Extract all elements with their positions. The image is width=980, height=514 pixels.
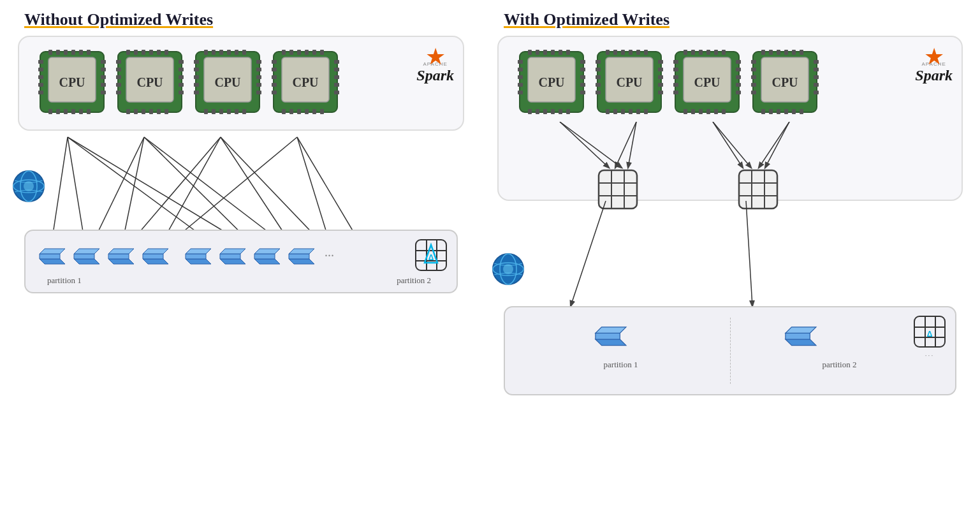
svg-rect-226 xyxy=(761,50,765,55)
svg-rect-207 xyxy=(684,109,687,114)
svg-text:CPU: CPU xyxy=(616,75,642,89)
svg-rect-92 xyxy=(272,91,277,94)
svg-rect-176 xyxy=(606,50,610,55)
svg-rect-1 xyxy=(48,50,52,55)
svg-rect-219 xyxy=(736,68,741,71)
svg-rect-36 xyxy=(157,109,161,114)
svg-rect-78 xyxy=(297,50,301,55)
right-file-1 xyxy=(592,316,634,355)
svg-rect-153 xyxy=(543,50,547,55)
svg-rect-90 xyxy=(272,75,277,79)
svg-rect-97 xyxy=(334,91,339,94)
svg-rect-88 xyxy=(272,60,277,64)
svg-rect-186 xyxy=(636,109,640,114)
svg-rect-166 xyxy=(518,83,523,87)
left-cpu-panel: ★ APACHE Spark xyxy=(18,36,464,131)
svg-rect-69 xyxy=(256,68,261,71)
svg-rect-86 xyxy=(312,109,316,114)
file-stack-6 xyxy=(219,240,251,272)
svg-rect-34 xyxy=(142,109,145,114)
svg-rect-82 xyxy=(282,109,286,114)
svg-rect-182 xyxy=(606,109,610,114)
file-stack-5 xyxy=(184,240,216,272)
svg-rect-194 xyxy=(658,68,663,71)
svg-rect-238 xyxy=(751,60,756,64)
svg-rect-70 xyxy=(256,75,261,79)
svg-rect-95 xyxy=(334,75,339,79)
svg-rect-202 xyxy=(691,50,695,55)
right-cpu-chip-2: CPU xyxy=(594,48,664,115)
svg-rect-228 xyxy=(777,50,780,55)
svg-rect-35 xyxy=(149,109,153,114)
svg-rect-190 xyxy=(596,75,601,79)
svg-rect-160 xyxy=(551,109,555,114)
svg-rect-91 xyxy=(272,83,277,87)
svg-rect-184 xyxy=(621,109,625,114)
svg-rect-62 xyxy=(242,109,246,114)
file-stack-3 xyxy=(107,240,139,272)
right-partition2-label: partition 2 xyxy=(823,360,857,370)
svg-rect-14 xyxy=(38,68,43,71)
svg-rect-152 xyxy=(536,50,539,55)
svg-rect-231 xyxy=(800,50,803,55)
svg-rect-71 xyxy=(256,83,261,87)
svg-line-272 xyxy=(571,201,606,306)
svg-rect-183 xyxy=(613,109,617,114)
svg-rect-245 xyxy=(814,75,819,79)
svg-marker-128 xyxy=(40,249,65,254)
svg-rect-154 xyxy=(551,50,555,55)
svg-rect-234 xyxy=(777,109,780,114)
left-title: Without Optimized Writes xyxy=(24,10,464,29)
svg-rect-72 xyxy=(256,91,261,94)
svg-marker-134 xyxy=(108,249,134,254)
svg-marker-144 xyxy=(254,259,280,264)
svg-rect-6 xyxy=(87,50,91,55)
svg-rect-89 xyxy=(272,68,277,71)
svg-rect-163 xyxy=(518,60,523,64)
svg-rect-204 xyxy=(706,50,710,55)
svg-rect-32 xyxy=(126,109,130,114)
svg-rect-65 xyxy=(194,75,199,79)
svg-rect-44 xyxy=(179,68,184,71)
svg-rect-55 xyxy=(235,50,238,55)
left-partition2-label: partition 2 xyxy=(397,275,431,286)
svg-rect-201 xyxy=(684,50,687,55)
svg-rect-30 xyxy=(157,50,161,55)
svg-text:CPU: CPU xyxy=(772,75,798,89)
left-partition-labels: partition 1 partition 2 xyxy=(32,275,450,286)
svg-rect-208 xyxy=(691,109,695,114)
svg-line-273 xyxy=(746,201,752,306)
svg-marker-131 xyxy=(74,249,99,254)
svg-rect-151 xyxy=(528,50,532,55)
svg-marker-142 xyxy=(220,254,240,259)
svg-rect-51 xyxy=(204,50,208,55)
svg-line-255 xyxy=(759,122,789,168)
svg-marker-143 xyxy=(220,249,245,254)
svg-rect-210 xyxy=(706,109,710,114)
right-cpu-chip-4: CPU xyxy=(750,48,820,115)
cpu-chip-2: CPU xyxy=(115,48,185,115)
svg-rect-18 xyxy=(101,60,106,64)
svg-rect-196 xyxy=(658,83,663,87)
svg-rect-235 xyxy=(784,109,788,114)
svg-rect-157 xyxy=(528,109,532,114)
svg-rect-218 xyxy=(736,60,741,64)
svg-marker-138 xyxy=(186,259,211,264)
right-section: With Optimized Writes ★ APACHE Spark xyxy=(497,10,963,411)
svg-rect-192 xyxy=(596,91,601,94)
right-cpu-chip-1: CPU xyxy=(516,48,587,115)
svg-rect-37 xyxy=(165,109,168,114)
svg-marker-149 xyxy=(289,249,314,254)
svg-rect-57 xyxy=(204,109,208,114)
right-cpu-panel: ★ APACHE Spark xyxy=(497,36,963,201)
svg-rect-79 xyxy=(305,50,309,55)
right-cpu-chip-3: CPU xyxy=(672,48,742,115)
svg-rect-237 xyxy=(800,109,803,114)
svg-rect-94 xyxy=(334,68,339,71)
svg-rect-155 xyxy=(559,50,562,55)
svg-rect-80 xyxy=(312,50,316,55)
svg-marker-135 xyxy=(143,259,168,264)
svg-rect-212 xyxy=(722,109,726,114)
svg-rect-246 xyxy=(814,83,819,87)
file-stack-2 xyxy=(73,240,105,272)
